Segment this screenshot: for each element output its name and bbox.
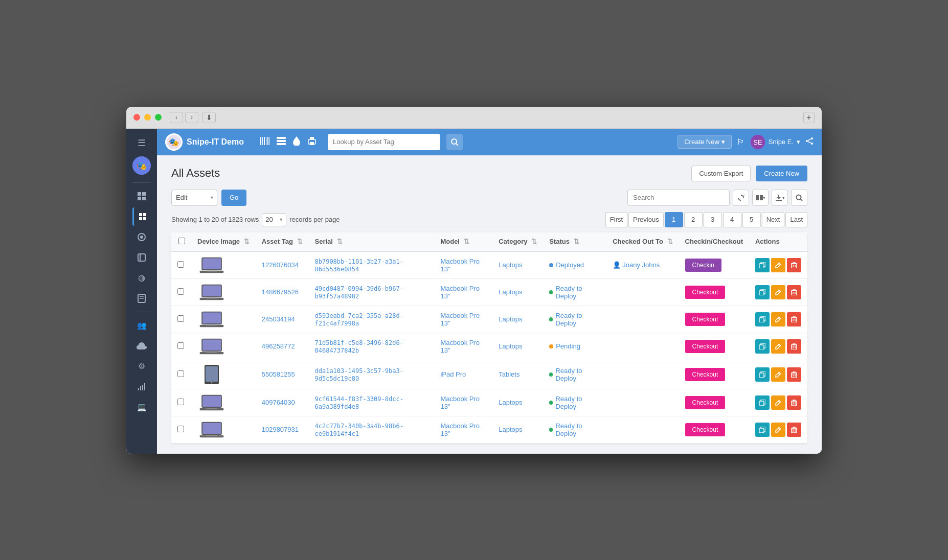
search-toggle-button[interactable] [791,190,807,206]
th-serial[interactable]: Serial ⇅ [309,232,435,251]
delete-action-button[interactable] [787,339,801,354]
category-link[interactable]: Laptops [499,315,522,323]
previous-page-button[interactable]: Previous [628,212,664,227]
droplet-icon[interactable] [293,136,300,148]
model-link[interactable]: Macbook Pro 13" [440,285,480,300]
edit-select[interactable]: Edit [171,190,217,206]
asset-tag-link[interactable]: 550581255 [262,370,295,378]
copy-action-button[interactable] [755,395,770,410]
model-link[interactable]: Macbook Pro 13" [440,312,480,327]
row-checkbox[interactable] [177,399,184,405]
sidebar-item-settings[interactable]: ⚙ [132,357,151,376]
delete-action-button[interactable] [787,395,801,410]
delete-action-button[interactable] [787,423,801,437]
sidebar-item-users[interactable]: 👥 [132,316,151,335]
refresh-button[interactable] [733,190,749,206]
copy-action-button[interactable] [755,312,770,326]
maximize-button[interactable] [155,114,162,121]
status-link[interactable]: Ready to Deploy [555,312,600,327]
barcode-icon[interactable] [260,137,269,147]
page-1-button[interactable]: 1 [665,212,683,227]
serial-link[interactable]: 9cf61544-f83f-3309-8dcc-6a9a389fd4e8 [315,395,403,410]
search-input[interactable] [627,190,730,206]
category-link[interactable]: Laptops [499,288,522,296]
row-checkbox[interactable] [177,261,184,268]
status-link[interactable]: Pending [556,342,580,350]
asset-tag-link[interactable]: 1029807931 [262,426,299,433]
category-link[interactable]: Tablets [499,370,520,378]
edit-action-button[interactable] [771,395,785,410]
serial-link[interactable]: 49cd0487-0994-39d6-b967-b93f57a48982 [315,285,403,300]
columns-button[interactable]: ▾ [752,190,769,206]
checkout-button[interactable]: Checkout [685,396,726,409]
delete-action-button[interactable] [787,258,801,272]
sidebar-item-accessories[interactable] [132,228,151,246]
edit-action-button[interactable] [771,339,785,354]
sidebar-item-licenses[interactable] [132,289,151,308]
custom-export-button[interactable]: Custom Export [691,166,751,181]
row-checkbox[interactable] [177,370,184,377]
download-button[interactable]: ⬇ [202,112,216,123]
new-tab-button[interactable]: + [803,112,815,123]
category-link[interactable]: Laptops [499,426,522,433]
checkout-button[interactable]: Checkout [685,340,726,353]
th-category[interactable]: Category ⇅ [492,232,543,251]
checkin-button[interactable]: Checkin [685,259,721,272]
edit-action-button[interactable] [771,312,785,326]
status-link[interactable]: Ready to Deploy [555,395,600,410]
back-button[interactable]: ‹ [170,112,183,123]
print-icon[interactable] [307,137,317,147]
close-button[interactable] [133,114,140,121]
asset-tag-link[interactable]: 1486679526 [262,288,299,296]
copy-action-button[interactable] [755,367,770,382]
asset-tag-link[interactable]: 1226076034 [262,261,299,269]
page-5-button[interactable]: 5 [742,212,761,227]
category-link[interactable]: Laptops [499,261,522,269]
checkout-button[interactable]: Checkout [685,286,726,299]
model-link[interactable]: Macbook Pro 13" [440,395,480,410]
serial-link[interactable]: d593eabd-7ca2-355a-a28d-f21c4af7998a [315,312,403,327]
th-checked-out-to[interactable]: Checked Out To ⇅ [606,232,679,251]
delete-action-button[interactable] [787,285,801,299]
copy-action-button[interactable] [755,258,770,272]
serial-link[interactable]: 8b7908bb-1101-3b27-a3a1-86d5536e0854 [315,258,403,273]
minimize-button[interactable] [144,114,151,121]
status-link[interactable]: Deployed [556,261,584,269]
sidebar-menu-toggle[interactable]: ☰ [132,134,151,152]
asset-tag-link[interactable]: 245034194 [262,315,295,323]
row-checkbox[interactable] [177,426,184,432]
model-link[interactable]: Macbook Pro 13" [440,258,480,273]
table-icon[interactable] [277,137,286,147]
sidebar-item-consumables[interactable]: ◍ [132,269,151,287]
th-status[interactable]: Status ⇅ [543,232,606,251]
asset-tag-search-button[interactable] [446,134,463,150]
copy-action-button[interactable] [755,339,770,354]
sidebar-item-dashboard[interactable] [132,187,151,205]
page-3-button[interactable]: 3 [704,212,722,227]
row-checkbox[interactable] [177,315,184,322]
model-link[interactable]: Macbook Pro 13" [440,339,480,354]
go-button[interactable]: Go [221,190,246,206]
serial-link[interactable]: 71d5b81f-c5e8-3496-82d6-04684737842b [315,339,403,354]
copy-action-button[interactable] [755,423,770,437]
export-button[interactable]: ▾ [772,190,788,206]
select-all-checkbox[interactable] [178,238,185,244]
flag-icon[interactable]: 🏳 [737,137,745,147]
forward-button[interactable]: › [185,112,198,123]
category-link[interactable]: Laptops [499,399,522,406]
row-checkbox[interactable] [177,288,184,295]
category-link[interactable]: Laptops [499,342,522,350]
asset-tag-search-input[interactable] [328,134,440,150]
th-model[interactable]: Model ⇅ [434,232,492,251]
edit-action-button[interactable] [771,423,785,437]
next-page-button[interactable]: Next [762,212,785,227]
sidebar-item-laptop[interactable]: 💻 [132,398,151,416]
create-new-nav-button[interactable]: Create New ▾ [678,135,732,149]
page-2-button[interactable]: 2 [684,212,703,227]
create-new-button[interactable]: Create New [756,166,807,181]
last-page-button[interactable]: Last [785,212,807,227]
status-link[interactable]: Ready to Deploy [555,367,600,382]
sidebar-item-cloud[interactable] [132,337,151,355]
model-link[interactable]: iPad Pro [440,370,466,378]
model-link[interactable]: Macbook Pro 13" [440,422,480,437]
